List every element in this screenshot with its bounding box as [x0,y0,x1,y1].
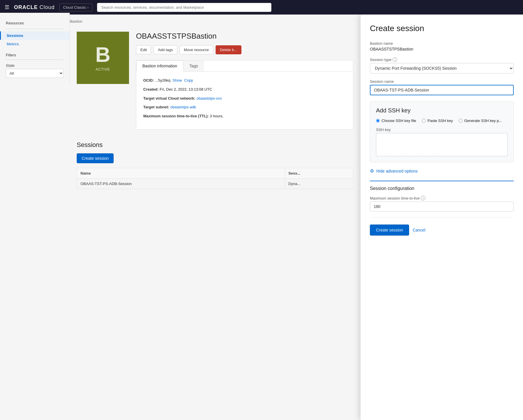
bastion-name-value: OBAASSTSTPSBastion [370,47,514,51]
ssh-box-title: Add SSH key [376,107,508,114]
show-ocid-button[interactable]: Show [173,78,182,82]
ssh-key-label: SSH key [376,128,508,132]
session-name-group: Session name [370,79,514,95]
panel-footer: Create session Cancel [370,217,514,236]
resource-header: B ACTIVE OBAASSTSTPSBastion Edit Add tag… [70,27,360,141]
radio-generate-key-input[interactable] [459,119,463,123]
hide-advanced-link[interactable]: Hide advanced options [376,169,418,173]
vcn-row: Target virtual Cloud network: obaaststps… [143,96,346,102]
radio-paste-key-input[interactable] [422,119,426,123]
radio-paste-key[interactable]: Paste SSH key [422,119,453,123]
session-config-section: Session configuration Maximum session ti… [370,181,514,211]
chevron-right-icon: › [87,5,89,10]
cancel-button[interactable]: Cancel [413,225,425,235]
tab-bastion-information[interactable]: Bastion information [136,60,183,72]
sidebar-item-metrics[interactable]: Metrics [0,40,69,48]
ttl-label: Maximum session time-to-live i [370,196,514,200]
session-type-label: Session type i [370,57,514,62]
delete-button[interactable]: Delete b... [216,45,241,54]
radio-choose-file-input[interactable] [376,119,380,123]
create-session-panel: Create session Bastion name OBAASSTSTPSB… [360,15,523,420]
move-resource-button[interactable]: Move resource [180,45,213,54]
session-name-label: Session name [370,79,514,84]
top-navigation: ☰ ORACLE Cloud Cloud Classic › [0,0,523,15]
subnet-row: Target subnet: obaaststps-adb [143,104,346,110]
table-row[interactable]: OBAAS-TST-PS-ADB-Session Dyna... [77,178,353,189]
session-name-cell: OBAAS-TST-PS-ADB-Session [77,178,285,189]
ttl-info-icon[interactable]: i [421,196,425,200]
ttl-group: Maximum session time-to-live i [370,196,514,211]
search-input[interactable] [97,3,271,12]
state-filter-label: State [6,63,64,68]
resource-icon-letter: B [95,44,110,65]
created-row: Created: Fri, Dec 2, 2022, 13:13:08 UTC [143,87,346,93]
sidebar: Resources Sessions Metrics Filters State [0,15,70,84]
create-session-button[interactable]: Create session [77,153,114,163]
ttl-input[interactable] [370,202,514,211]
sessions-title: Sessions [77,141,353,149]
session-type-select[interactable]: Dynamic Port Forwarding (SOCKS5) Session [370,63,514,73]
cloud-classic-button[interactable]: Cloud Classic › [59,3,92,11]
bastion-name-label: Bastion name [370,41,514,46]
session-type-info-icon[interactable]: i [393,57,397,62]
info-tabs: Bastion information Tags [136,60,353,71]
subnet-link[interactable]: obaaststps-adb [170,105,196,109]
filters-section: Filters State All [0,48,69,78]
radio-generate-key[interactable]: Generate SSH key p... [459,119,502,123]
resource-status-badge: ACTIVE [96,67,110,71]
copy-ocid-button[interactable]: Copy [184,78,193,82]
filters-title: Filters [6,53,64,57]
radio-choose-file[interactable]: Choose SSH key file [376,119,416,123]
oracle-logo: ORACLE Cloud [14,4,55,10]
state-filter-select[interactable]: All [6,69,64,78]
bastion-name-group: Bastion name OBAASSTSTPSBastion [370,41,514,51]
filter-settings-icon: ⚙ [370,168,374,174]
session-type-group: Session type i Dynamic Port Forwarding (… [370,57,514,73]
panel-title: Create session [370,24,514,33]
vcn-link[interactable]: obaaststps-vcn [196,96,222,100]
info-panel: OCID: ...5y26kq Show Copy Created: Fri, … [136,71,353,130]
main-content: B ACTIVE OBAASSTSTPSBastion Edit Add tag… [70,27,360,189]
sessions-table: Name Sess... OBAAS-TST-PS-ADB-Session Dy… [77,168,353,189]
resource-icon: B ACTIVE [77,32,129,84]
hide-advanced-options[interactable]: ⚙ Hide advanced options [370,168,514,174]
tab-tags[interactable]: Tags [183,60,204,71]
action-buttons: Edit Add tags Move resource Delete b... [136,45,353,54]
add-tags-button[interactable]: Add tags [153,45,177,54]
edit-button[interactable]: Edit [136,45,151,54]
ssh-key-drop-area[interactable] [376,133,508,156]
session-config-title: Session configuration [370,186,514,191]
session-name-input[interactable] [370,85,514,95]
resource-name: OBAASSTSTPSBastion [136,32,353,41]
sessions-section: Sessions Create session Name Sess... [70,141,360,189]
create-session-submit-button[interactable]: Create session [370,225,409,236]
resource-details: OBAASSTSTPSBastion Edit Add tags Move re… [136,32,353,137]
ssh-key-radio-group: Choose SSH key file Paste SSH key Genera… [376,119,508,123]
sidebar-item-sessions[interactable]: Sessions [0,31,69,40]
hamburger-menu[interactable]: ☰ [5,4,9,10]
ocid-row: OCID: ...5y26kq Show Copy [143,78,346,84]
table-header-name: Name [77,168,285,178]
ttl-row: Maximum session time-to-live (TTL): 3 ho… [143,113,346,119]
ssh-key-section: Add SSH key Choose SSH key file Paste SS… [370,101,514,162]
session-type-cell: Dyna... [285,178,353,189]
table-header-sess: Sess... [285,168,353,178]
resources-section-title: Resources [0,19,69,26]
